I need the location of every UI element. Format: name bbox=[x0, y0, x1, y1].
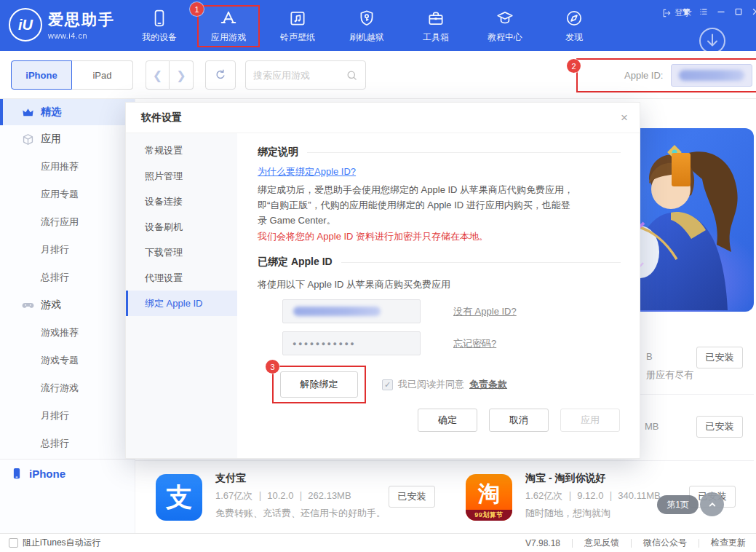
installed-button[interactable]: 已安装 bbox=[696, 347, 743, 368]
sidebar-item-iphone-device[interactable]: iPhone bbox=[0, 460, 135, 487]
nav-item-my-devices[interactable]: 我的设备 bbox=[128, 5, 191, 47]
gamepad-icon bbox=[21, 299, 35, 312]
sidebar-item-game-topics[interactable]: 游戏专题 bbox=[0, 347, 135, 374]
app-stats: 1.67亿次 ｜ 10.2.0 ｜ 262.13MB bbox=[215, 489, 351, 502]
alipay-app-icon[interactable]: 支 bbox=[156, 474, 202, 521]
skin-icon[interactable] bbox=[681, 7, 691, 17]
apple-id-value-field[interactable] bbox=[671, 64, 752, 87]
nav-item-discover[interactable]: 发现 bbox=[543, 5, 605, 47]
sidebar-item-app-recommend[interactable]: 应用推荐 bbox=[0, 153, 135, 181]
sidebar-item-app-topics[interactable]: 应用专题 bbox=[0, 181, 135, 208]
feedback-link[interactable]: 意见反馈 bbox=[584, 537, 619, 549]
nav-item-ringtones[interactable]: 铃声壁纸 bbox=[266, 5, 329, 47]
software-settings-dialog: 软件设置 × 常规设置 照片管理 设备连接 设备刷机 下载管理 代理设置 绑定 … bbox=[125, 102, 640, 459]
app-description: 随时随地，想淘就淘 bbox=[525, 507, 610, 520]
apply-button[interactable]: 应用 bbox=[560, 409, 620, 432]
binding-instructions-section: 绑定说明 bbox=[258, 146, 621, 159]
logo-title: 爱思助手 bbox=[48, 9, 115, 30]
back-to-top-button[interactable] bbox=[700, 492, 724, 516]
section-title: 已绑定 Apple ID bbox=[258, 256, 333, 269]
settings-menu-photos[interactable]: 照片管理 bbox=[126, 163, 237, 189]
password-field-row: ●●●●●●●●●●● 忘记密码? bbox=[282, 331, 621, 355]
sidebar-label: 应用专题 bbox=[41, 188, 79, 201]
sidebar-item-game-popular[interactable]: 流行游戏 bbox=[0, 374, 135, 402]
nav-item-jailbreak[interactable]: 刷机越狱 bbox=[335, 5, 398, 47]
settings-menu-general[interactable]: 常规设置 bbox=[126, 138, 237, 163]
sidebar-item-game-monthly[interactable]: 月排行 bbox=[0, 402, 135, 430]
sidebar-item-apps[interactable]: 应用 bbox=[0, 125, 135, 153]
settings-menu-connection[interactable]: 设备连接 bbox=[126, 189, 237, 214]
section-rule bbox=[307, 152, 621, 153]
installed-button[interactable]: 已安装 bbox=[696, 416, 743, 438]
apple-id-input[interactable] bbox=[282, 299, 421, 323]
block-itunes-checkbox[interactable]: 阻止iTunes自动运行 bbox=[9, 537, 101, 549]
password-input[interactable]: ●●●●●●●●●●● bbox=[282, 331, 421, 355]
nav-item-apps-games[interactable]: 1 应用游戏 bbox=[197, 5, 260, 47]
dialog-close-icon[interactable]: × bbox=[621, 111, 628, 124]
installed-button[interactable]: 已安装 bbox=[389, 486, 435, 508]
tab-iphone[interactable]: iPhone bbox=[11, 60, 72, 90]
app-logo[interactable]: iU 爱思助手 www.i4.cn bbox=[9, 8, 115, 42]
settings-menu-proxy[interactable]: 代理设置 bbox=[126, 265, 237, 291]
nav-item-tutorials[interactable]: 教程中心 bbox=[474, 5, 536, 47]
sidebar-item-featured[interactable]: 精选 bbox=[0, 99, 135, 125]
section-title: 绑定说明 bbox=[258, 146, 298, 159]
why-bind-link[interactable]: 为什么要绑定Apple ID? bbox=[258, 165, 356, 178]
nav-label: 工具箱 bbox=[423, 31, 449, 44]
app-name[interactable]: 支付宝 bbox=[215, 472, 246, 485]
unbind-button[interactable]: 解除绑定 bbox=[280, 371, 358, 398]
forgot-password-link[interactable]: 忘记密码? bbox=[453, 337, 496, 350]
check-update-link[interactable]: 检查更新 bbox=[711, 537, 746, 549]
no-apple-id-link[interactable]: 没有 Apple ID? bbox=[453, 305, 517, 318]
back-button[interactable]: ❮ bbox=[146, 60, 170, 90]
banner-ribbon bbox=[672, 153, 691, 186]
step-badge-1: 1 bbox=[190, 2, 204, 16]
iphone-icon bbox=[10, 467, 23, 480]
settings-menu-download[interactable]: 下载管理 bbox=[126, 240, 237, 265]
apple-id-field-row: 没有 Apple ID? bbox=[282, 299, 621, 323]
settings-menu-bind-apple-id[interactable]: 绑定 Apple ID bbox=[126, 291, 237, 316]
maximize-icon[interactable] bbox=[733, 7, 744, 17]
sidebar-label: 流行游戏 bbox=[41, 382, 79, 395]
bound-apple-id-section: 已绑定 Apple ID bbox=[258, 256, 621, 269]
sidebar-item-game-recommend[interactable]: 游戏推荐 bbox=[0, 319, 135, 347]
nav-label: 应用游戏 bbox=[211, 31, 246, 44]
sidebar-label: 游戏专题 bbox=[41, 354, 79, 367]
sidebar-item-game-overall[interactable]: 总排行 bbox=[0, 430, 135, 457]
login-icon bbox=[661, 8, 672, 18]
main-nav: 我的设备 1 应用游戏 铃声壁纸 刷机越狱 工具箱 教程中心 bbox=[128, 5, 605, 47]
forward-button[interactable]: ❯ bbox=[170, 60, 194, 90]
minimize-icon[interactable] bbox=[716, 7, 726, 17]
wechat-link[interactable]: 微信公众号 bbox=[643, 537, 687, 549]
checkbox-label: 阻止iTunes自动运行 bbox=[23, 537, 101, 549]
history-arrows: ❮ ❯ bbox=[146, 60, 194, 90]
settings-menu-flash[interactable]: 设备刷机 bbox=[126, 214, 237, 240]
search-box bbox=[245, 60, 366, 90]
terms-link[interactable]: 免责条款 bbox=[469, 378, 507, 391]
ok-button[interactable]: 确定 bbox=[418, 409, 477, 432]
top-bar: iU 爱思助手 www.i4.cn 我的设备 1 应用游戏 铃声壁纸 bbox=[0, 0, 756, 51]
agree-checkbox[interactable]: ✓ bbox=[382, 379, 393, 390]
crown-icon bbox=[21, 106, 35, 119]
tab-ipad[interactable]: iPad bbox=[72, 60, 133, 90]
cancel-button[interactable]: 取消 bbox=[489, 409, 549, 432]
status-divider bbox=[631, 539, 632, 548]
sidebar-item-app-monthly[interactable]: 月排行 bbox=[0, 236, 135, 264]
agreement-row: ✓ 我已阅读并同意 免责条款 bbox=[382, 378, 507, 391]
toolbox-icon bbox=[426, 9, 445, 28]
checkbox-box bbox=[9, 538, 18, 548]
sidebar-label: 月排行 bbox=[41, 243, 69, 256]
app-name[interactable]: 淘宝 - 淘到你说好 bbox=[525, 472, 605, 485]
nav-item-toolbox[interactable]: 工具箱 bbox=[405, 5, 467, 47]
search-icon[interactable] bbox=[346, 69, 358, 82]
refresh-button[interactable] bbox=[205, 60, 236, 90]
search-input[interactable] bbox=[253, 70, 341, 81]
sidebar-item-app-overall[interactable]: 总排行 bbox=[0, 264, 135, 291]
menu-list-icon[interactable] bbox=[699, 7, 709, 17]
sidebar-item-app-popular[interactable]: 流行应用 bbox=[0, 208, 135, 236]
dialog-title: 软件设置 bbox=[141, 111, 182, 125]
taobao-app-icon[interactable]: 淘 99划算节 bbox=[466, 474, 512, 521]
sidebar-item-games[interactable]: 游戏 bbox=[0, 291, 135, 319]
jailbreak-icon bbox=[357, 9, 376, 28]
close-icon[interactable] bbox=[751, 7, 756, 17]
